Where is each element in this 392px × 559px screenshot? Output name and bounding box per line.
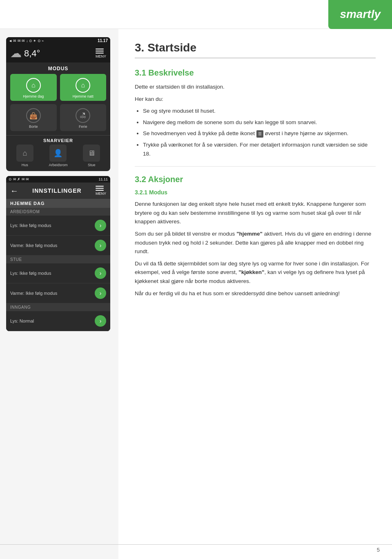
- bold-kjokken: "kjøkken": [238, 269, 264, 275]
- settings-subsection-arbeidsrom: ARBEIDSROM: [6, 208, 110, 216]
- shortcut-label-stue: Stue: [88, 163, 96, 167]
- phone-screen-2: ⊙ ✉ ✗ ✉ ✉ 11.11 ← INNSTILLINGER MENY HJE…: [6, 176, 110, 331]
- bold-hjemme: "hjemme": [236, 231, 263, 237]
- settings-item-arbeidsrom-varme[interactable]: Varme: Ikke følg modus ›: [6, 236, 110, 256]
- statusbar-icons: ◄ ✉ ✉ ✉ ↓ ⊙ ✶ ⊙ ⌁: [9, 39, 44, 43]
- shortcut-icon-arbeidsrom: 👤: [49, 145, 67, 162]
- cloud-icon: ☁: [10, 47, 22, 60]
- mode-borte[interactable]: 👜 Borte: [10, 104, 57, 131]
- main-content: ◄ ✉ ✉ ✉ ↓ ⊙ ✶ ⊙ ⌁ 11.17 ☁ 8,4° MENY: [0, 29, 392, 559]
- settings-item-arbeidsrom-lys[interactable]: Lys: Ikke følg modus ›: [6, 216, 110, 236]
- chapter-title: 3. Startside: [135, 41, 376, 54]
- snarveier-title: SNARVEIER: [6, 136, 110, 145]
- shortcut-hus[interactable]: ⌂ Hus: [9, 145, 40, 167]
- arrow-icon: ›: [95, 220, 106, 231]
- phone2-title: INNSTILLINGER: [32, 187, 81, 194]
- section1-her-kan-du: Her kan du:: [135, 95, 376, 104]
- statusbar-time: 11.17: [98, 38, 108, 43]
- shortcut-label-hus: Hus: [22, 163, 28, 167]
- mode-label-hjemme-natt: Hjemme natt: [73, 94, 94, 98]
- phone2-menu-label: MENY: [96, 192, 106, 196]
- subsection1-para4: Når du er ferdig vil du ha et hus som er…: [135, 289, 376, 298]
- back-button[interactable]: ←: [10, 186, 18, 196]
- mode-label-borte: Borte: [29, 125, 38, 129]
- phone2-menu-icon: [96, 186, 106, 191]
- mode-ferie[interactable]: 🏖 Ferie: [60, 104, 107, 131]
- menu-label: MENY: [96, 54, 106, 58]
- modus-title: MODUS: [6, 62, 110, 74]
- top-bar: smartly: [0, 0, 392, 29]
- menu-button[interactable]: MENY: [96, 49, 106, 58]
- bullet-3: Se hovedmenyen ved å trykke på dette iko…: [143, 129, 376, 138]
- footer-line: [0, 544, 392, 545]
- doc-area: 3. Startside 3.1 Beskrivelse Dette er st…: [118, 29, 392, 559]
- settings-item-label: Lys: Ikke følg modus: [10, 271, 51, 276]
- mode-label-hjemme-dag: Hjemme dag: [23, 94, 44, 98]
- menu-inline-icon: ☰: [256, 130, 263, 138]
- shortcut-icon-stue: 🖥: [83, 145, 100, 162]
- temperature-display: 8,4°: [24, 48, 40, 59]
- arrow-icon: ›: [95, 287, 106, 299]
- mode-icon-ferie: 🏖: [76, 108, 90, 123]
- settings-item-label: Lys: Ikke følg modus: [10, 223, 51, 228]
- mode-hjemme-natt[interactable]: ⌂ Hjemme natt: [60, 74, 107, 101]
- settings-item-label: Lys: Normal: [10, 318, 34, 323]
- settings-subsection-inngang: INNGANG: [6, 303, 110, 311]
- phone1-header: ☁ 8,4° MENY: [6, 44, 110, 62]
- settings-item-label: Varme: Ikke følg modus: [10, 243, 57, 248]
- shortcut-stue[interactable]: 🖥 Stue: [76, 145, 107, 167]
- settings-subsection-stue: STUE: [6, 256, 110, 263]
- phone1-statusbar: ◄ ✉ ✉ ✉ ↓ ⊙ ✶ ⊙ ⌁ 11.17: [6, 37, 110, 44]
- settings-section-hjemme-dag: HJEMME DAG: [6, 199, 110, 208]
- settings-item-stue-lys[interactable]: Lys: Ikke følg modus ›: [6, 263, 110, 283]
- settings-item-label: Varme: Ikke følg modus: [10, 291, 57, 296]
- shortcut-label-arbeidsrom: Arbeidsrom: [49, 163, 67, 167]
- settings-item-inngang-lys[interactable]: Lys: Normal ›: [6, 311, 110, 331]
- phone2-statusbar-icons: ⊙ ✉ ✗ ✉ ✉: [9, 177, 29, 181]
- phone2-statusbar-time: 11.11: [98, 177, 108, 181]
- section1-intro: Dette er startsiden til din installasjon…: [135, 82, 376, 91]
- phone-screen-1: ◄ ✉ ✉ ✉ ↓ ⊙ ✶ ⊙ ⌁ 11.17 ☁ 8,4° MENY: [6, 37, 110, 171]
- menu-icon: [96, 49, 106, 53]
- mode-icon-borte: 👜: [26, 108, 41, 123]
- subsection1-title: 3.2.1 Modus: [135, 189, 376, 196]
- phone2-header: ← INNSTILLINGER MENY: [6, 183, 110, 199]
- page-number: 5: [377, 547, 380, 553]
- section-divider-1: [135, 166, 376, 167]
- section1-title: 3.1 Beskrivelse: [135, 68, 376, 78]
- mode-label-ferie: Ferie: [79, 125, 87, 129]
- settings-item-stue-varme[interactable]: Varme: Ikke følg modus ›: [6, 283, 110, 303]
- chapter-divider: [135, 58, 376, 58]
- phone-area: ◄ ✉ ✉ ✉ ↓ ⊙ ✶ ⊙ ⌁ 11.17 ☁ 8,4° MENY: [0, 29, 118, 559]
- shortcuts-grid: ⌂ Hus 👤 Arbeidsrom 🖥 Stue: [6, 145, 110, 171]
- bullet-1: Se og styre moduset til huset.: [143, 107, 376, 116]
- bullet-2: Navigere deg mellom de sonene som du sel…: [143, 118, 376, 127]
- phone2-statusbar: ⊙ ✉ ✗ ✉ ✉ 11.11: [6, 176, 110, 183]
- arrow-icon: ›: [95, 315, 106, 327]
- arrow-icon: ›: [95, 267, 106, 279]
- bullet-4: Trykke på værikonet for å se værsiden. F…: [143, 140, 376, 158]
- section1-bullets: Se og styre moduset til huset. Navigere …: [143, 107, 376, 158]
- mode-hjemme-dag[interactable]: ⌂ Hjemme dag: [10, 74, 57, 101]
- mode-icon-hjemme-natt: ⌂: [76, 78, 90, 93]
- statusbar-icon-group: ◄ ✉ ✉ ✉ ↓ ⊙ ✶ ⊙ ⌁: [9, 39, 44, 43]
- smartly-logo: smartly: [328, 0, 392, 29]
- subsection1-para3: Du vil da få dette skjermbildet som lar …: [135, 259, 376, 286]
- phone2-menu-button[interactable]: MENY: [96, 186, 106, 196]
- section2-title: 3.2 Aksjoner: [135, 175, 376, 184]
- mode-icon-hjemme-dag: ⌂: [26, 78, 41, 93]
- shortcut-arbeidsrom[interactable]: 👤 Arbeidsrom: [43, 145, 74, 167]
- shortcut-icon-hus: ⌂: [16, 145, 33, 162]
- subsection1-para1: Denne funksjonen lar deg enkelt styre he…: [135, 200, 376, 226]
- subsection1-para2: Som du ser på bildet til venstre er modu…: [135, 229, 376, 256]
- arrow-icon: ›: [95, 240, 106, 251]
- modes-grid: ⌂ Hjemme dag ⌂ Hjemme natt 👜 Borte 🏖 Fer…: [6, 74, 110, 135]
